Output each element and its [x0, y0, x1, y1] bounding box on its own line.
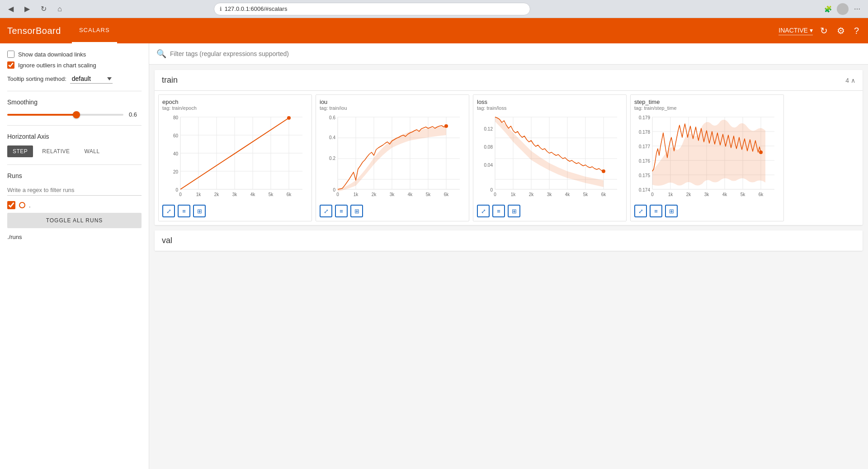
svg-text:0.175: 0.175: [639, 173, 650, 178]
svg-text:0: 0: [494, 192, 496, 197]
svg-text:0: 0: [336, 192, 339, 197]
runs-section: Runs . TOGGLE ALL RUNS ./runs: [7, 172, 142, 242]
show-data-row[interactable]: Show data download links: [7, 51, 142, 58]
iou-chart-actions: ⤢ ≡ ⊞: [320, 205, 465, 217]
run-checkbox[interactable]: [7, 201, 15, 209]
step-time-data-button[interactable]: ⊞: [665, 205, 678, 217]
svg-text:0.177: 0.177: [639, 144, 650, 149]
train-section: train 4 ∧ epoch tag: train/epoch: [155, 70, 863, 225]
axis-buttons: STEP RELATIVE WALL: [7, 145, 142, 157]
inactive-dropdown[interactable]: INACTIVE ▾: [778, 27, 813, 35]
tb-logo[interactable]: TensorBoard: [7, 26, 61, 36]
svg-text:6k: 6k: [444, 192, 449, 197]
svg-text:2k: 2k: [686, 192, 692, 197]
svg-text:5k: 5k: [426, 192, 431, 197]
charts-grid: epoch tag: train/epoch: [155, 91, 863, 225]
svg-text:2k: 2k: [372, 192, 377, 197]
svg-text:5k: 5k: [741, 192, 746, 197]
tb-tabs: SCALARS: [72, 18, 117, 43]
svg-text:0.174: 0.174: [639, 188, 650, 192]
epoch-expand-button[interactable]: ⤢: [162, 205, 175, 217]
svg-text:0.178: 0.178: [639, 130, 650, 135]
forward-button[interactable]: ▶: [21, 3, 33, 15]
loss-expand-button[interactable]: ⤢: [477, 205, 490, 217]
iou-svg-container: 0 0.2 0.4 0.6 0 1k 2k 3k 4k 5k 6k: [320, 113, 464, 203]
svg-text:0.04: 0.04: [484, 163, 493, 168]
help-button[interactable]: ?: [852, 24, 861, 38]
svg-point-100: [759, 150, 763, 154]
iou-chart: iou tag: train/iou: [316, 94, 469, 221]
tb-header-right: INACTIVE ▾ ↻ ⚙ ?: [778, 23, 861, 38]
iou-svg: 0 0.2 0.4 0.6 0 1k 2k 3k 4k 5k 6k: [320, 113, 464, 203]
loss-lines-button[interactable]: ≡: [492, 205, 505, 217]
inactive-label: INACTIVE: [778, 27, 808, 34]
epoch-chart-actions: ⤢ ≡ ⊞: [162, 205, 308, 217]
runs-filter-input[interactable]: [7, 185, 142, 196]
loss-title: loss: [477, 98, 623, 105]
svg-text:6k: 6k: [601, 192, 607, 197]
svg-text:0.4: 0.4: [329, 135, 335, 140]
svg-text:40: 40: [173, 151, 179, 156]
content-area: 🔍 train 4 ∧ epoch tag: train/epoch: [149, 43, 868, 469]
loss-svg: 0 0.04 0.08 0.12 0 1k 2k 3k 4k 5k 6k: [477, 113, 622, 203]
svg-text:0: 0: [333, 188, 335, 192]
toggle-all-button[interactable]: TOGGLE ALL RUNS: [7, 213, 142, 228]
step-time-lines-button[interactable]: ≡: [650, 205, 662, 217]
home-button[interactable]: ⌂: [53, 3, 66, 15]
loss-data-button[interactable]: ⊞: [508, 205, 520, 217]
step-time-expand-button[interactable]: ⤢: [634, 205, 647, 217]
ignore-outliers-row[interactable]: Ignore outliers in chart scaling: [7, 61, 142, 69]
show-data-checkbox[interactable]: [7, 51, 14, 58]
axis-wall-button[interactable]: WALL: [79, 145, 105, 157]
more-menu-button[interactable]: ⋯: [851, 3, 863, 15]
svg-text:1k: 1k: [668, 192, 674, 197]
iou-expand-button[interactable]: ⤢: [320, 205, 332, 217]
profile-avatar: [837, 3, 849, 15]
svg-text:80: 80: [173, 115, 179, 120]
back-button[interactable]: ◀: [5, 3, 17, 15]
step-time-tag: tag: train/step_time: [634, 105, 780, 111]
address-bar[interactable]: ℹ 127.0.0.1:6006/#scalars: [214, 3, 530, 15]
svg-text:20: 20: [173, 169, 179, 174]
smoothing-title: Smoothing: [7, 98, 142, 106]
epoch-chart: epoch tag: train/epoch: [158, 94, 312, 221]
iou-lines-button[interactable]: ≡: [335, 205, 348, 217]
step-time-svg: 0.174 0.175 0.176 0.177 0.178 0.179 0 1k…: [634, 113, 779, 203]
browser-actions: 🧩 ⋯: [822, 3, 863, 15]
epoch-data-button[interactable]: ⊞: [193, 205, 206, 217]
filter-input[interactable]: [170, 50, 861, 57]
smoothing-row: 0.6: [7, 111, 142, 118]
settings-button[interactable]: ⚙: [835, 23, 847, 38]
svg-point-73: [602, 169, 605, 173]
extensions-button[interactable]: 🧩: [822, 3, 835, 15]
run-path-label: ./runs: [7, 232, 142, 242]
divider-2: [7, 125, 142, 126]
svg-text:6k: 6k: [287, 192, 292, 197]
epoch-svg: 0 20 40 60 80 0 1k 2k 3k 4k 5k: [162, 113, 307, 203]
ignore-outliers-checkbox[interactable]: [7, 61, 14, 69]
chevron-up-icon[interactable]: ∧: [851, 77, 855, 84]
tab-scalars[interactable]: SCALARS: [72, 18, 117, 43]
svg-point-25: [287, 116, 291, 120]
iou-data-button[interactable]: ⊞: [350, 205, 363, 217]
run-item: .: [7, 201, 142, 209]
svg-text:5k: 5k: [583, 192, 589, 197]
axis-relative-button[interactable]: RELATIVE: [37, 145, 75, 157]
step-time-title: step_time: [634, 98, 780, 105]
svg-text:1k: 1k: [196, 192, 202, 197]
sidebar: Show data download links Ignore outliers…: [0, 43, 149, 469]
loss-chart-actions: ⤢ ≡ ⊞: [477, 205, 623, 217]
refresh-button[interactable]: ↻: [818, 23, 830, 38]
tooltip-select[interactable]: default ascending descending nearest: [70, 74, 113, 84]
svg-text:4k: 4k: [565, 192, 571, 197]
refresh-button[interactable]: ↻: [37, 3, 50, 15]
epoch-lines-button[interactable]: ≡: [178, 205, 190, 217]
svg-text:0.6: 0.6: [329, 115, 335, 120]
divider-1: [7, 91, 142, 91]
svg-text:1k: 1k: [511, 192, 516, 197]
runs-title: Runs: [7, 172, 142, 179]
svg-text:4k: 4k: [722, 192, 728, 197]
axis-step-button[interactable]: STEP: [7, 145, 33, 157]
profile-button[interactable]: [836, 3, 849, 15]
smoothing-slider[interactable]: [7, 114, 123, 116]
